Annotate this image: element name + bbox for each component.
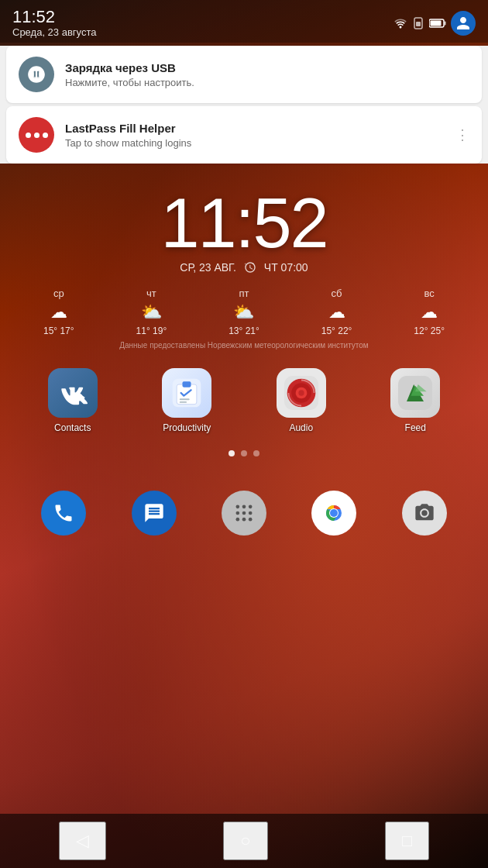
weather-day-name-0: ср (53, 288, 64, 299)
svg-point-31 (421, 510, 427, 515)
app-feed[interactable]: Feed (390, 368, 440, 433)
nav-bar: ◁ ○ □ (0, 814, 488, 868)
notif-lastpass-title: LastPass Fill Helper (65, 121, 191, 136)
feed-label: Feed (405, 422, 426, 433)
weather-day-name-3: сб (332, 288, 342, 299)
weather-temp-0: 15° 17° (43, 326, 74, 336)
dock-phone[interactable] (41, 491, 86, 536)
svg-point-30 (330, 509, 338, 517)
productivity-label: Productivity (163, 422, 211, 433)
dock (0, 478, 488, 548)
page-dot-0[interactable] (229, 450, 235, 456)
nav-back-button[interactable]: ◁ (59, 822, 106, 860)
sim-icon (412, 17, 424, 29)
weather-icon-1: ⛅ (141, 302, 162, 322)
weather-widget: ср ☁ 15° 17° чт ⛅ 11° 19° пт ⛅ 13° 21° с… (12, 288, 476, 350)
weather-icon-3: ☁ (328, 302, 345, 322)
weather-day-2: пт ⛅ 13° 21° (198, 288, 290, 336)
svg-point-24 (235, 518, 239, 522)
app-audio[interactable]: Audio (277, 368, 326, 433)
dock-chrome[interactable] (311, 491, 356, 536)
weather-icon-0: ☁ (50, 302, 67, 322)
svg-point-25 (242, 518, 246, 522)
weather-day-0: ср ☁ 15° 17° (12, 288, 105, 336)
status-time: 11:52 (12, 8, 96, 26)
dock-sms[interactable] (132, 491, 177, 536)
weather-temp-2: 13° 21° (229, 326, 259, 336)
lastpass-dots-icon (26, 133, 48, 138)
notif-lastpass-menu[interactable]: ⋮ (455, 126, 469, 143)
audio-icon (277, 368, 326, 418)
contacts-label: Contacts (54, 422, 91, 433)
home-clock-date: СР, 23 АВГ. ЧТ 07:00 (0, 261, 488, 274)
svg-point-21 (235, 512, 239, 515)
svg-rect-3 (431, 21, 442, 26)
home-screen: 11:52 СР, 23 АВГ. ЧТ 07:00 ср ☁ 15° 17° … (0, 167, 488, 548)
productivity-icon (162, 368, 211, 418)
svg-point-22 (242, 512, 246, 515)
svg-rect-10 (180, 401, 187, 403)
battery-icon (429, 19, 446, 28)
weather-day-name-4: вс (424, 288, 435, 299)
home-clock-date-text: СР, 23 АВГ. (180, 261, 235, 274)
notif-usb-icon (19, 57, 54, 92)
status-bar-left: 11:52 Среда, 23 августа (12, 8, 96, 38)
home-clock: 11:52 СР, 23 АВГ. ЧТ 07:00 (0, 167, 488, 274)
app-row: Contacts Productivity (0, 350, 488, 433)
svg-point-20 (249, 505, 253, 509)
notif-lastpass-content: LastPass Fill Helper Tap to show matchin… (65, 121, 191, 150)
weather-temp-4: 12° 25° (414, 326, 445, 336)
page-dot-1[interactable] (241, 450, 247, 456)
notif-usb-title: Зарядка через USB (65, 60, 194, 76)
feed-icon (390, 368, 440, 418)
svg-rect-9 (180, 399, 190, 401)
svg-point-19 (242, 505, 246, 509)
weather-days: ср ☁ 15° 17° чт ⛅ 11° 19° пт ⛅ 13° 21° с… (12, 288, 476, 336)
status-bar-right (393, 8, 476, 36)
weather-temp-1: 11° 19° (136, 326, 167, 336)
notif-usb-body: Нажмите, чтобы настроить. (65, 77, 194, 88)
weather-attribution: Данные предоставлены Норвежским метеорол… (12, 341, 476, 350)
weather-day-1: чт ⛅ 11° 19° (105, 288, 198, 336)
svg-rect-4 (445, 22, 446, 26)
audio-label: Audio (289, 422, 313, 433)
svg-point-15 (298, 391, 304, 396)
page-dot-2[interactable] (253, 450, 259, 456)
notification-usb[interactable]: Зарядка через USB Нажмите, чтобы настрои… (6, 46, 482, 103)
weather-day-3: сб ☁ 15° 22° (290, 288, 383, 336)
notification-area: Зарядка через USB Нажмите, чтобы настрои… (0, 46, 488, 164)
contacts-icon (48, 368, 98, 418)
nav-home-button[interactable]: ○ (223, 822, 267, 860)
home-clock-time: 11:52 (0, 188, 488, 258)
status-bar: 11:52 Среда, 23 августа (0, 0, 488, 43)
alarm-icon (244, 261, 256, 274)
weather-day-4: вс ☁ 12° 25° (383, 288, 476, 336)
svg-point-23 (249, 512, 253, 515)
page-dots (0, 450, 488, 456)
svg-rect-1 (416, 22, 421, 26)
weather-day-name-1: чт (146, 288, 156, 299)
app-productivity[interactable]: Productivity (162, 368, 211, 433)
dock-camera[interactable] (402, 491, 447, 536)
dock-all-apps[interactable] (222, 491, 266, 536)
weather-icon-4: ☁ (421, 302, 438, 322)
nav-recent-button[interactable]: □ (385, 822, 429, 860)
weather-day-name-2: пт (239, 288, 249, 299)
notification-lastpass[interactable]: LastPass Fill Helper Tap to show matchin… (6, 106, 482, 164)
svg-rect-8 (183, 382, 191, 388)
svg-point-18 (235, 505, 239, 509)
notif-lastpass-body: Tap to show matching logins (65, 137, 191, 149)
notif-usb-content: Зарядка через USB Нажмите, чтобы настрои… (65, 60, 194, 89)
svg-point-26 (249, 518, 253, 522)
user-avatar[interactable] (451, 11, 476, 36)
notif-lastpass-icon (19, 117, 54, 153)
status-date: Среда, 23 августа (12, 26, 96, 38)
wifi-icon (393, 18, 407, 29)
weather-temp-3: 15° 22° (321, 326, 352, 336)
weather-icon-2: ⛅ (233, 302, 254, 322)
app-contacts[interactable]: Contacts (48, 368, 98, 433)
home-clock-alarm: ЧТ 07:00 (264, 261, 308, 274)
